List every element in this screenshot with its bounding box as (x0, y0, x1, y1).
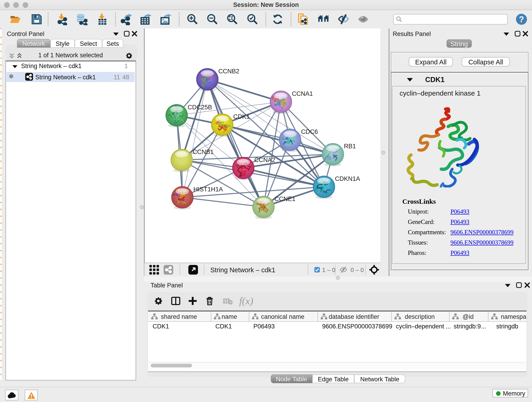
svg-text:CDKN1A: CDKN1A (335, 175, 360, 182)
svg-text:CCNA1: CCNA1 (292, 90, 313, 97)
svg-text:CCNE1: CCNE1 (274, 196, 296, 202)
svg-text:CCNA2: CCNA2 (254, 157, 275, 163)
svg-text:CDC6: CDC6 (301, 128, 318, 135)
svg-text:CDK1: CDK1 (233, 113, 250, 120)
svg-text:HIST1H1A: HIST1H1A (193, 186, 223, 193)
svg-text:CDC25B: CDC25B (188, 104, 212, 111)
svg-text:CCNB2: CCNB2 (218, 68, 239, 75)
svg-text:?: ? (519, 15, 524, 24)
svg-text:CCNB1: CCNB1 (193, 148, 214, 155)
svg-text:RB1: RB1 (344, 143, 356, 150)
